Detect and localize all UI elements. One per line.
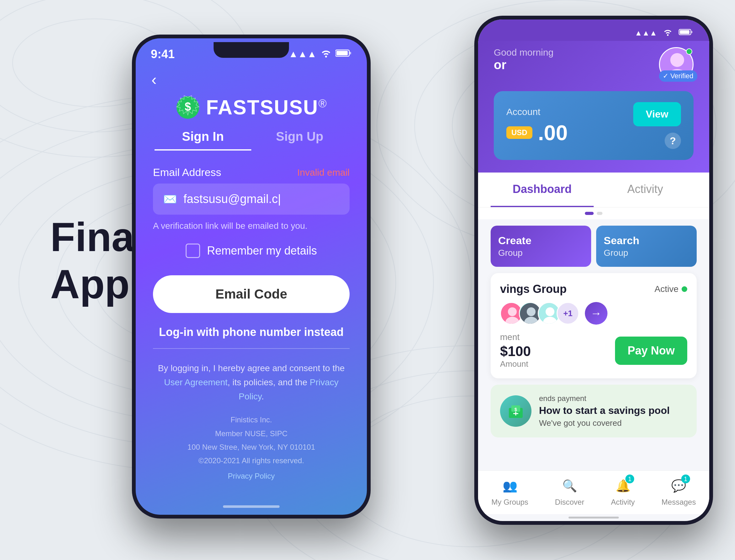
payment-amount: $100 <box>500 343 531 359</box>
activity-badge: 1 <box>625 475 634 483</box>
email-code-button[interactable]: Email Code <box>153 275 350 313</box>
battery-icon <box>336 49 352 60</box>
home-indicator-2 <box>568 517 619 519</box>
pay-now-button[interactable]: Pay Now <box>615 337 687 365</box>
wifi-icon <box>321 49 332 60</box>
auth-tabs: Sign In Sign Up <box>136 129 367 151</box>
phone1-device: 9:41 ▲▲▲ <box>132 35 370 519</box>
messages-icon: 💬 1 <box>669 476 688 495</box>
discover-icon: 🔍 <box>560 476 579 495</box>
email-hint: A verification link will be emailed to y… <box>153 221 350 231</box>
balance-card-right: View ? <box>633 102 681 149</box>
messages-badge: 1 <box>681 475 690 483</box>
search-label: Search <box>604 234 689 247</box>
balance-card: Account USD .00 View ? <box>494 91 694 160</box>
email-input-wrapper: ✉️ <box>153 184 350 215</box>
active-badge: Active <box>655 284 687 294</box>
create-group-button[interactable]: Create Group <box>491 226 591 267</box>
create-sub: Group <box>498 248 584 258</box>
svg-point-26 <box>670 53 684 67</box>
header-row: Good morning or Ver <box>494 47 694 82</box>
action-row: Create Group Search Group <box>478 219 709 273</box>
promo-subtitle: We've got you covered <box>539 418 670 428</box>
email-input[interactable] <box>184 192 340 206</box>
group-arrow-button[interactable]: → <box>585 302 607 325</box>
promo-card: $ ends payment How to start a savings po… <box>491 385 697 437</box>
status-text: Active <box>655 284 678 294</box>
nav-item-discover[interactable]: 🔍 Discover <box>555 476 584 507</box>
my-groups-label: My Groups <box>491 498 528 507</box>
signal-icon: ▲▲▲ <box>289 49 317 59</box>
payment-label: ment <box>500 332 531 342</box>
discover-label: Discover <box>555 498 584 507</box>
nav-item-messages[interactable]: 💬 1 Messages <box>661 476 696 507</box>
purple-header: Good morning or Ver <box>478 41 709 173</box>
messages-label: Messages <box>661 498 696 507</box>
signal-icon-2: ▲▲▲ <box>635 29 657 37</box>
back-button[interactable]: ‹ <box>136 61 367 89</box>
legal-text: By logging in, I hereby agree and consen… <box>153 361 350 404</box>
home-indicator <box>223 505 280 508</box>
email-icon: ✉️ <box>163 193 177 206</box>
view-button[interactable]: View <box>633 102 681 126</box>
promo-tag: ends payment <box>539 394 670 403</box>
members-row: +1 → <box>500 302 687 325</box>
svg-point-32 <box>527 307 535 316</box>
phone2-device: ▲▲▲ Good morni <box>474 16 713 525</box>
svg-point-35 <box>546 307 554 316</box>
logo-icon: $ <box>175 95 200 120</box>
avatar-verified: Verified <box>659 47 694 82</box>
svg-rect-18 <box>349 52 351 54</box>
create-label: Create <box>498 234 584 247</box>
group-name: vings Group <box>500 283 567 296</box>
nav-item-my-groups[interactable]: 👥 My Groups <box>491 476 528 507</box>
savings-group-card: vings Group Active <box>491 273 697 378</box>
battery-icon-2 <box>678 28 694 38</box>
svg-rect-24 <box>680 30 689 34</box>
remember-label: Remember my details <box>207 244 317 257</box>
my-groups-icon: 👥 <box>500 476 519 495</box>
help-button[interactable]: ? <box>665 133 681 149</box>
email-error: Invalid email <box>297 167 350 178</box>
username: or <box>494 58 553 72</box>
promo-content: ends payment How to start a savings pool… <box>539 394 670 428</box>
activity-icon: 🔔 1 <box>613 476 632 495</box>
logo-area: $ FASTSUSU® <box>136 89 367 129</box>
nav-item-activity[interactable]: 🔔 1 Activity <box>611 476 635 507</box>
phone-login-link[interactable]: Log-in with phone number instead <box>153 326 350 339</box>
logo-text: FASTSUSU® <box>206 96 327 119</box>
phone2-screen: ▲▲▲ Good morni <box>478 19 709 521</box>
account-label: Account <box>506 107 568 117</box>
email-field-header: Email Address Invalid email <box>153 166 350 178</box>
svg-text:$: $ <box>185 100 191 113</box>
notch <box>214 42 289 58</box>
svg-point-29 <box>508 307 517 316</box>
tab-sign-up[interactable]: Sign Up <box>251 129 348 151</box>
tab-activity[interactable]: Activity <box>594 173 697 207</box>
phones-wrapper: 9:41 ▲▲▲ <box>132 16 713 544</box>
tab-dashboard[interactable]: Dashboard <box>491 173 594 207</box>
footer-privacy-link[interactable]: Privacy Policy <box>153 469 350 483</box>
svg-text:$: $ <box>514 407 517 412</box>
dot-2 <box>597 212 602 215</box>
status-icons: ▲▲▲ <box>289 49 352 60</box>
greeting: Good morning or <box>494 47 553 72</box>
status-bar-2: ▲▲▲ <box>478 19 709 41</box>
tab-dots <box>478 207 709 219</box>
balance-left: Account USD .00 <box>506 107 568 145</box>
divider <box>153 348 350 349</box>
activity-label: Activity <box>611 498 635 507</box>
footer-info: Finistics Inc. Member NUSE, SIPC 100 New… <box>153 413 350 483</box>
remember-checkbox[interactable] <box>186 244 200 258</box>
email-label: Email Address <box>153 166 221 178</box>
search-group-button[interactable]: Search Group <box>596 226 697 267</box>
search-sub: Group <box>604 248 689 258</box>
status-time: 9:41 <box>151 47 175 61</box>
tab-sign-in[interactable]: Sign In <box>155 129 251 151</box>
active-dot <box>682 286 687 292</box>
wifi-icon-2 <box>663 28 673 38</box>
currency-badge: USD <box>506 126 532 139</box>
more-members-badge: +1 <box>557 302 579 325</box>
form-area: Email Address Invalid email ✉️ A verific… <box>136 166 367 483</box>
user-agreement-link[interactable]: User Agreement <box>164 377 228 387</box>
